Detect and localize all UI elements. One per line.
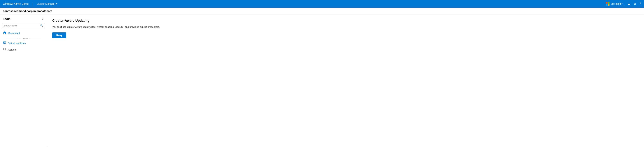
page-title: Cluster-Aware Updating (52, 19, 639, 23)
search-box[interactable]: 🔍 (2, 23, 45, 28)
cluster-manager-menu[interactable]: Cluster Manager ▾ (36, 2, 58, 5)
bell-icon[interactable]: ▲ (628, 2, 630, 5)
topnav-divider: | (33, 2, 34, 5)
sidebar-section-compute: Compute (0, 36, 47, 40)
sidebar-header: Tools ‹ (0, 14, 47, 22)
topnav-left: Windows Admin Center | Cluster Manager ▾ (3, 2, 606, 5)
sidebar-item-dashboard-label: Dashboard (8, 32, 20, 34)
dashboard-icon (3, 31, 6, 35)
sidebar-item-servers-label: Servers (8, 48, 16, 51)
sidebar-item-virtual-machines[interactable]: Virtual machines (0, 40, 47, 46)
chevron-down-icon: ▾ (56, 2, 58, 5)
gear-icon[interactable]: ⚙ (634, 2, 636, 6)
content-area: Cluster-Aware Updating You can't use Clu… (47, 14, 644, 147)
sidebar-item-vm-label: Virtual machines (8, 42, 26, 45)
top-navigation: Windows Admin Center | Cluster Manager ▾… (0, 0, 644, 8)
breadcrumb: contoso.redmond.corp.microsoft.com (0, 8, 644, 14)
sidebar-title: Tools (3, 17, 10, 21)
search-icon: 🔍 (40, 24, 43, 27)
sidebar-item-servers[interactable]: Servers (0, 46, 47, 53)
app-title: Windows Admin Center (3, 2, 30, 5)
terminal-icon[interactable]: >_ (621, 2, 624, 5)
sidebar-collapse-button[interactable]: ‹ (41, 17, 44, 21)
retry-button[interactable]: Retry (52, 32, 66, 38)
sidebar: Tools ‹ 🔍 Dashboard Compute (0, 14, 47, 147)
ms-logo-icon (606, 2, 610, 6)
compute-section-label: Compute (20, 37, 28, 39)
main-layout: Tools ‹ 🔍 Dashboard Compute (0, 14, 644, 147)
topnav-right: >_ ▲ ⚙ ? (621, 2, 641, 6)
sidebar-item-dashboard[interactable]: Dashboard (0, 30, 47, 36)
servers-icon (3, 48, 6, 51)
svg-point-6 (6, 48, 6, 49)
search-input[interactable] (4, 24, 40, 27)
virtual-machines-icon (3, 41, 6, 45)
microsoft-label: Microsoft (610, 2, 621, 5)
svg-point-7 (6, 49, 6, 50)
breadcrumb-label: contoso.redmond.corp.microsoft.com (3, 9, 52, 12)
content-message: You can't use Cluster-Aware updating too… (52, 25, 639, 29)
topnav-center: Microsoft (606, 2, 621, 6)
svg-rect-1 (4, 42, 6, 43)
cluster-manager-label: Cluster Manager (36, 2, 56, 5)
help-icon[interactable]: ? (640, 2, 641, 5)
